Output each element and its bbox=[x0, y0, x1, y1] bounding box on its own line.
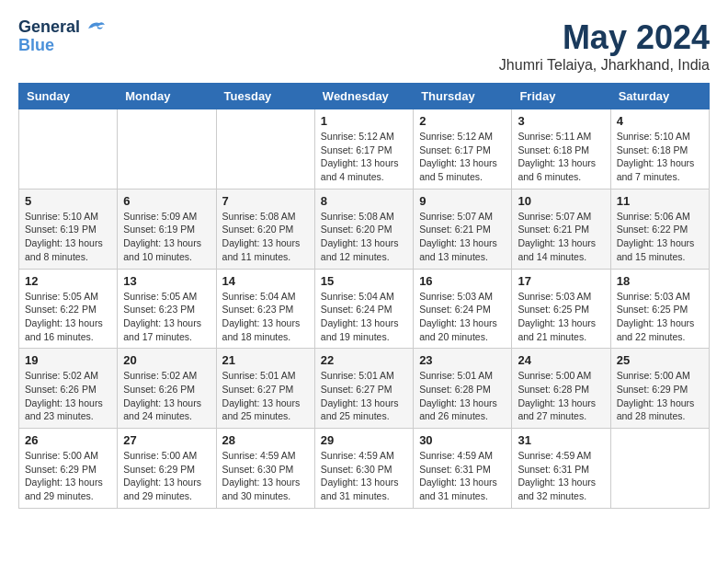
calendar-cell: 21Sunrise: 5:01 AM Sunset: 6:27 PM Dayli… bbox=[216, 349, 314, 429]
calendar-day-header: Monday bbox=[118, 84, 216, 109]
day-info: Sunrise: 5:06 AM Sunset: 6:22 PM Dayligh… bbox=[617, 210, 703, 264]
day-number: 8 bbox=[321, 194, 407, 208]
calendar-day-header: Wednesday bbox=[314, 84, 413, 109]
calendar-cell: 5Sunrise: 5:10 AM Sunset: 6:19 PM Daylig… bbox=[19, 189, 118, 269]
day-number: 22 bbox=[321, 353, 407, 367]
calendar-week-row: 26Sunrise: 5:00 AM Sunset: 6:29 PM Dayli… bbox=[19, 429, 710, 509]
calendar-table: SundayMondayTuesdayWednesdayThursdayFrid… bbox=[18, 83, 710, 509]
calendar-header-row: SundayMondayTuesdayWednesdayThursdayFrid… bbox=[19, 84, 710, 109]
day-info: Sunrise: 5:04 AM Sunset: 6:23 PM Dayligh… bbox=[222, 290, 309, 344]
day-number: 2 bbox=[419, 114, 506, 128]
calendar-cell: 24Sunrise: 5:00 AM Sunset: 6:28 PM Dayli… bbox=[512, 349, 610, 429]
day-number: 23 bbox=[419, 353, 506, 367]
calendar-cell bbox=[19, 109, 118, 190]
calendar-cell: 25Sunrise: 5:00 AM Sunset: 6:29 PM Dayli… bbox=[610, 349, 709, 429]
calendar-cell: 18Sunrise: 5:03 AM Sunset: 6:25 PM Dayli… bbox=[610, 269, 709, 349]
day-number: 11 bbox=[617, 194, 703, 208]
day-info: Sunrise: 5:10 AM Sunset: 6:19 PM Dayligh… bbox=[25, 210, 111, 264]
day-number: 26 bbox=[25, 433, 111, 447]
day-number: 24 bbox=[518, 353, 604, 367]
calendar-cell: 11Sunrise: 5:06 AM Sunset: 6:22 PM Dayli… bbox=[610, 189, 709, 269]
day-number: 25 bbox=[617, 353, 703, 367]
day-info: Sunrise: 5:00 AM Sunset: 6:29 PM Dayligh… bbox=[123, 449, 210, 503]
calendar-week-row: 19Sunrise: 5:02 AM Sunset: 6:26 PM Dayli… bbox=[19, 349, 710, 429]
day-number: 6 bbox=[123, 194, 210, 208]
day-info: Sunrise: 5:03 AM Sunset: 6:25 PM Dayligh… bbox=[518, 290, 604, 344]
calendar-cell: 4Sunrise: 5:10 AM Sunset: 6:18 PM Daylig… bbox=[610, 109, 709, 190]
day-number: 18 bbox=[617, 274, 703, 288]
day-info: Sunrise: 5:12 AM Sunset: 6:17 PM Dayligh… bbox=[419, 130, 506, 184]
day-info: Sunrise: 5:08 AM Sunset: 6:20 PM Dayligh… bbox=[222, 210, 309, 264]
day-number: 13 bbox=[123, 274, 210, 288]
calendar-week-row: 5Sunrise: 5:10 AM Sunset: 6:19 PM Daylig… bbox=[19, 189, 710, 269]
day-info: Sunrise: 4:59 AM Sunset: 6:30 PM Dayligh… bbox=[222, 449, 309, 503]
day-number: 21 bbox=[222, 353, 309, 367]
day-number: 20 bbox=[123, 353, 210, 367]
day-info: Sunrise: 5:08 AM Sunset: 6:20 PM Dayligh… bbox=[321, 210, 407, 264]
day-info: Sunrise: 5:01 AM Sunset: 6:27 PM Dayligh… bbox=[222, 369, 309, 423]
calendar-cell: 26Sunrise: 5:00 AM Sunset: 6:29 PM Dayli… bbox=[19, 429, 118, 509]
calendar-cell: 13Sunrise: 5:05 AM Sunset: 6:23 PM Dayli… bbox=[118, 269, 216, 349]
calendar-cell: 31Sunrise: 4:59 AM Sunset: 6:31 PM Dayli… bbox=[512, 429, 610, 509]
day-info: Sunrise: 5:09 AM Sunset: 6:19 PM Dayligh… bbox=[123, 210, 210, 264]
calendar-cell: 17Sunrise: 5:03 AM Sunset: 6:25 PM Dayli… bbox=[512, 269, 610, 349]
day-number: 1 bbox=[321, 114, 407, 128]
calendar-cell: 27Sunrise: 5:00 AM Sunset: 6:29 PM Dayli… bbox=[118, 429, 216, 509]
calendar-cell: 10Sunrise: 5:07 AM Sunset: 6:21 PM Dayli… bbox=[512, 189, 610, 269]
calendar-cell bbox=[118, 109, 216, 190]
day-info: Sunrise: 5:10 AM Sunset: 6:18 PM Dayligh… bbox=[617, 130, 703, 184]
day-number: 16 bbox=[419, 274, 506, 288]
logo-line2: Blue bbox=[18, 37, 54, 55]
day-number: 28 bbox=[222, 433, 309, 447]
day-number: 4 bbox=[617, 114, 703, 128]
calendar-cell: 9Sunrise: 5:07 AM Sunset: 6:21 PM Daylig… bbox=[414, 189, 512, 269]
day-info: Sunrise: 5:00 AM Sunset: 6:29 PM Dayligh… bbox=[617, 369, 703, 423]
calendar-cell bbox=[610, 429, 709, 509]
calendar-day-header: Saturday bbox=[610, 84, 709, 109]
calendar-cell: 12Sunrise: 5:05 AM Sunset: 6:22 PM Dayli… bbox=[19, 269, 118, 349]
day-info: Sunrise: 5:12 AM Sunset: 6:17 PM Dayligh… bbox=[321, 130, 407, 184]
day-info: Sunrise: 4:59 AM Sunset: 6:30 PM Dayligh… bbox=[321, 449, 407, 503]
calendar-cell: 28Sunrise: 4:59 AM Sunset: 6:30 PM Dayli… bbox=[216, 429, 314, 509]
day-info: Sunrise: 5:05 AM Sunset: 6:23 PM Dayligh… bbox=[123, 290, 210, 344]
day-info: Sunrise: 5:04 AM Sunset: 6:24 PM Dayligh… bbox=[321, 290, 407, 344]
day-number: 31 bbox=[518, 433, 604, 447]
calendar-cell: 16Sunrise: 5:03 AM Sunset: 6:24 PM Dayli… bbox=[414, 269, 512, 349]
calendar-day-header: Friday bbox=[512, 84, 610, 109]
day-number: 5 bbox=[25, 194, 111, 208]
day-number: 27 bbox=[123, 433, 210, 447]
month-year-title: May 2024 bbox=[499, 18, 710, 57]
calendar-cell: 14Sunrise: 5:04 AM Sunset: 6:23 PM Dayli… bbox=[216, 269, 314, 349]
calendar-cell: 7Sunrise: 5:08 AM Sunset: 6:20 PM Daylig… bbox=[216, 189, 314, 269]
day-info: Sunrise: 5:07 AM Sunset: 6:21 PM Dayligh… bbox=[518, 210, 604, 264]
calendar-cell: 1Sunrise: 5:12 AM Sunset: 6:17 PM Daylig… bbox=[314, 109, 413, 190]
calendar-week-row: 1Sunrise: 5:12 AM Sunset: 6:17 PM Daylig… bbox=[19, 109, 710, 190]
calendar-cell: 29Sunrise: 4:59 AM Sunset: 6:30 PM Dayli… bbox=[314, 429, 413, 509]
day-number: 10 bbox=[518, 194, 604, 208]
calendar-cell: 30Sunrise: 4:59 AM Sunset: 6:31 PM Dayli… bbox=[414, 429, 512, 509]
calendar-cell: 3Sunrise: 5:11 AM Sunset: 6:18 PM Daylig… bbox=[512, 109, 610, 190]
calendar-cell: 6Sunrise: 5:09 AM Sunset: 6:19 PM Daylig… bbox=[118, 189, 216, 269]
day-number: 3 bbox=[518, 114, 604, 128]
day-info: Sunrise: 5:11 AM Sunset: 6:18 PM Dayligh… bbox=[518, 130, 604, 184]
day-info: Sunrise: 5:00 AM Sunset: 6:28 PM Dayligh… bbox=[518, 369, 604, 423]
location-subtitle: Jhumri Telaiya, Jharkhand, India bbox=[499, 57, 710, 74]
day-info: Sunrise: 5:02 AM Sunset: 6:26 PM Dayligh… bbox=[25, 369, 111, 423]
calendar-cell: 2Sunrise: 5:12 AM Sunset: 6:17 PM Daylig… bbox=[414, 109, 512, 190]
logo-text: General bbox=[18, 18, 107, 37]
day-info: Sunrise: 4:59 AM Sunset: 6:31 PM Dayligh… bbox=[419, 449, 506, 503]
title-area: May 2024 Jhumri Telaiya, Jharkhand, Indi… bbox=[499, 18, 710, 74]
calendar-day-header: Tuesday bbox=[216, 84, 314, 109]
day-number: 7 bbox=[222, 194, 309, 208]
day-info: Sunrise: 5:01 AM Sunset: 6:27 PM Dayligh… bbox=[321, 369, 407, 423]
calendar-cell bbox=[216, 109, 314, 190]
day-number: 30 bbox=[419, 433, 506, 447]
day-number: 17 bbox=[518, 274, 604, 288]
calendar-cell: 19Sunrise: 5:02 AM Sunset: 6:26 PM Dayli… bbox=[19, 349, 118, 429]
day-info: Sunrise: 5:03 AM Sunset: 6:24 PM Dayligh… bbox=[419, 290, 506, 344]
day-number: 15 bbox=[321, 274, 407, 288]
logo: General Blue bbox=[18, 18, 107, 55]
day-number: 29 bbox=[321, 433, 407, 447]
day-number: 19 bbox=[25, 353, 111, 367]
calendar-cell: 23Sunrise: 5:01 AM Sunset: 6:28 PM Dayli… bbox=[414, 349, 512, 429]
